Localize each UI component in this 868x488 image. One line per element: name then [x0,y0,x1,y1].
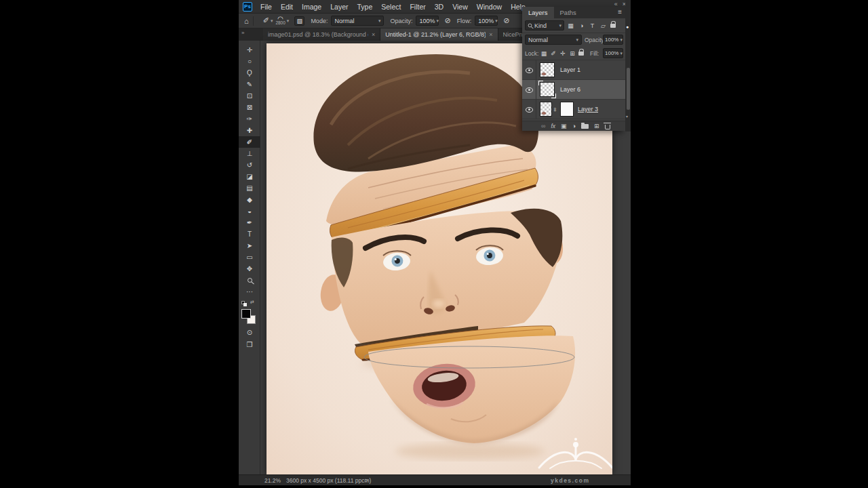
brush-picker-caret-icon[interactable]: ▾ [287,18,290,24]
layer-thumbnail-selected[interactable] [540,82,555,97]
status-options-icon[interactable]: > [365,477,368,484]
tab-paths[interactable]: Paths [554,7,583,18]
layer-filter-select[interactable]: Kind ▾ [525,20,564,30]
layer-opacity-select[interactable]: 100% ▾ [603,35,623,45]
tool-crop[interactable]: ⊡ [239,90,260,102]
close-icon[interactable]: × [489,31,492,38]
tool-move[interactable]: ✛ [239,44,260,56]
pixel-filter-icon[interactable]: ▦ [567,22,574,29]
menu-filter[interactable]: Filter [410,3,425,11]
tab-layers[interactable]: Layers [522,7,554,18]
link-layers-icon[interactable]: ∞ [541,123,545,129]
panel-scrollbar[interactable] [627,68,630,110]
lock-transparency-icon[interactable]: ▦ [540,50,547,57]
visibility-toggle[interactable] [522,100,536,119]
visibility-toggle[interactable] [522,60,536,80]
close-icon[interactable]: × [372,31,375,38]
lock-all-icon[interactable] [578,52,584,56]
airbrush-opacity-icon[interactable]: ⊘ [444,16,450,25]
add-mask-icon[interactable]: ▣ [561,123,567,129]
layer-row-layer3[interactable]: ∞ Layer 3 [522,100,625,119]
visibility-toggle[interactable] [522,80,536,100]
toggle-brush-panel-button[interactable]: ▧ [294,16,304,26]
brush-icon: ✐ [247,138,252,146]
toolbar: ✛ ○ Ϙ ✎ ⊡ ⊠ ✑ ✚ ✐ ⊥ ↺ ◪ ▤ ◆ ◒ ✒ T ➤ ▭ ✥ [239,41,260,474]
shape-filter-icon[interactable]: ▱ [599,22,607,29]
brush-size-preview[interactable]: ◠ 2800 [275,17,285,25]
menu-edit[interactable]: Edit [281,3,293,11]
tool-lasso[interactable]: Ϙ [239,67,260,79]
tool-clone-stamp[interactable]: ⊥ [239,148,260,159]
screen-mode-button[interactable]: ❐ [239,338,260,350]
scroll-down-icon[interactable]: ▾ [626,114,628,119]
airbrush-flow-icon[interactable]: ⊘ [503,16,509,25]
lock-pixels-icon[interactable]: ✐ [550,50,557,57]
type-filter-icon[interactable]: T [589,22,596,29]
tab-untitled1[interactable]: Untitled-1 @ 21.2% (Layer 6, RGB/8) * × [380,28,498,41]
flow-select[interactable]: 100% ▾ [475,16,498,26]
tool-eraser[interactable]: ◪ [239,171,260,182]
tool-hand[interactable]: ✥ [239,263,260,274]
adjustment-layer-icon[interactable]: ◑ [572,123,576,129]
swap-colors-icon[interactable]: ⇄ [250,300,254,305]
edit-toolbar-button[interactable]: ··· [239,286,260,298]
menu-window[interactable]: Window [477,3,502,11]
adjustment-filter-icon[interactable]: ◑ [578,22,585,29]
move-icon: ✛ [247,46,252,54]
tool-gradient[interactable]: ▤ [239,182,260,194]
tool-history-brush[interactable]: ↺ [239,159,260,171]
menu-type[interactable]: Type [357,3,372,11]
layer-thumbnail[interactable] [540,62,555,77]
tool-blur[interactable]: ◆ [239,194,260,205]
menu-image[interactable]: Image [302,3,321,11]
quick-mask-button[interactable]: ⊙ [239,326,260,338]
menu-select[interactable]: Select [381,3,401,11]
panel-menu-icon[interactable]: ≡ [618,8,622,16]
layer-mask-thumbnail[interactable] [560,102,574,117]
layer-thumbnail[interactable] [540,102,552,117]
tab-image01[interactable]: image01.psd @ 18.3% (Background copy 2,.… [263,28,380,41]
lock-position-icon[interactable]: ✛ [559,50,566,57]
tool-marquee[interactable]: ○ [239,56,260,67]
tool-eyedropper[interactable]: ✑ [239,113,260,125]
tool-frame[interactable]: ⊠ [239,102,260,113]
tool-object-selection[interactable]: ✎ [239,79,260,90]
tool-preset-caret-icon[interactable]: ▾ [271,18,273,24]
tool-shape[interactable]: ▭ [239,251,260,263]
menu-layer[interactable]: Layer [330,3,348,11]
chevron-down-icon: ▾ [559,23,561,28]
mask-link-icon[interactable]: ∞ [552,108,558,112]
color-swatches[interactable] [239,308,260,326]
tool-dodge[interactable]: ◒ [239,205,260,217]
menu-3d[interactable]: 3D [435,3,443,11]
tool-type[interactable]: T [239,228,260,240]
delete-layer-icon[interactable] [605,125,610,129]
foreground-color-swatch[interactable] [241,309,251,319]
smart-object-filter-icon[interactable] [610,24,616,28]
new-layer-icon[interactable]: ⊞ [594,123,599,129]
tool-zoom[interactable] [239,274,260,286]
opacity-label: Opacity: [390,18,412,24]
layer-row-layer1[interactable]: Layer 1 [522,60,625,80]
menu-file[interactable]: File [260,3,272,11]
blend-mode-select[interactable]: Normal ▾ [331,16,384,26]
menu-view[interactable]: View [452,3,468,11]
tool-brush[interactable]: ✐ [239,136,260,148]
layer-effects-icon[interactable]: fx [551,123,555,129]
eye-icon [526,68,533,73]
marquee-icon: ○ [248,58,252,65]
new-group-icon[interactable] [581,124,589,129]
tab-overflow-icon[interactable]: » [241,30,244,36]
opacity-select[interactable]: 100% ▾ [416,16,439,26]
default-colors-widget[interactable]: ⇄ [241,300,260,308]
home-icon[interactable]: ⌂ [244,17,249,25]
layer-row-layer6[interactable]: Layer 6 [522,80,625,100]
layer-blend-mode-select[interactable]: Normal ▾ [525,35,582,45]
layer-fill-select[interactable]: 100% ▾ [603,48,623,58]
tool-path-select[interactable]: ➤ [239,240,260,251]
tool-healing-brush[interactable]: ✚ [239,125,260,136]
lock-artboard-icon[interactable]: ⊞ [569,50,576,57]
zoom-level-field[interactable]: 21.2% [264,477,281,484]
brush-tool-icon[interactable]: ✐ [263,16,269,25]
tool-pen[interactable]: ✒ [239,217,260,228]
